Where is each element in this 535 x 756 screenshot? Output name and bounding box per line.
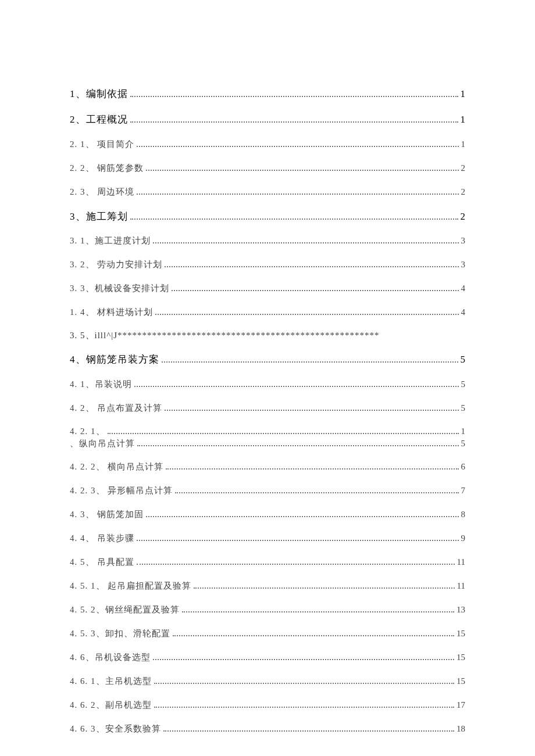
toc-label: 2. 2、 钢筋笼参数 [70, 162, 144, 174]
toc-leader-dots [154, 707, 455, 708]
toc-page-number: 8 [461, 508, 466, 521]
toc-entry-e14: 4. 2、 吊点布置及计算5 [70, 402, 465, 414]
toc-label: 4. 5、 吊具配置 [70, 556, 134, 568]
toc-entry-e1: 1、编制依据1 [70, 87, 465, 101]
toc-label: 3. 3、机械设备安排计划 [70, 282, 169, 295]
toc-page-number: 2 [461, 186, 466, 198]
toc-leader-dots [162, 361, 458, 363]
toc-entry-e20: 4. 5、 吊具配置11 [70, 556, 465, 568]
toc-label: 4. 3、 钢筋笼加固 [70, 508, 144, 521]
toc-leader-dots [166, 468, 458, 470]
toc-page-number: 1 [461, 113, 466, 127]
toc-page-number: 9 [461, 532, 466, 544]
toc-leader-dots [146, 170, 458, 171]
toc-page-number: 7 [461, 485, 466, 497]
toc-page-number: 4 [461, 306, 466, 318]
toc-leader-dots [173, 635, 455, 636]
toc-entry-e4: 2. 2、 钢筋笼参数2 [70, 162, 465, 174]
toc-entry-e6: 3、施工筹划2 [70, 210, 465, 224]
toc-page-number: 17 [456, 699, 465, 711]
toc-leader-dots [130, 96, 458, 97]
toc-page-number: 15 [456, 675, 465, 687]
toc-label: 4. 5. 2、钢丝绳配置及验算 [70, 604, 180, 616]
toc-page-number: 5 [461, 402, 466, 414]
toc-leader-dots [182, 611, 455, 612]
toc-label: 4. 5. 1、 起吊扁担配置及验算 [70, 580, 191, 592]
toc-page-number: 1 [461, 427, 466, 436]
toc-label: 4. 1、吊装说明 [70, 378, 132, 390]
toc-entry-e12: 4、钢筋笼吊装方案5 [70, 353, 465, 367]
toc-leader-dots [108, 433, 459, 434]
toc-entry-e10: 1. 4、 材料进场计划4 [70, 306, 465, 318]
toc-leader-dots [194, 587, 454, 589]
toc-leader-dots [165, 266, 458, 267]
toc-label: 4. 2、 吊点布置及计算 [70, 402, 162, 414]
toc-leader-dots [172, 290, 459, 291]
toc-leader-dots [153, 659, 455, 660]
toc-entry-e18: 4. 3、 钢筋笼加固8 [70, 508, 465, 521]
toc-label: 2. 1、 项目简介 [70, 138, 134, 151]
toc-page-number: 11 [457, 556, 465, 568]
toc-entry-e23: 4. 5. 3、卸扣、滑轮配置15 [70, 628, 465, 640]
toc-page-number: 3 [461, 259, 466, 271]
toc-label: 4. 6. 3、安全系数验算 [70, 723, 161, 735]
toc-page-number: 18 [456, 723, 465, 735]
toc-label: 1、编制依据 [70, 87, 128, 101]
toc-entry-e9: 3. 3、机械设备安排计划4 [70, 282, 465, 295]
toc-page-number: 5 [461, 353, 466, 367]
toc-leader-dots [153, 242, 459, 243]
toc-entry-e8: 3. 2、 劳动力安排计划3 [70, 259, 465, 271]
toc-leader-dots [130, 121, 458, 123]
toc-entry-e24: 4. 6、吊机设备选型15 [70, 651, 465, 664]
toc-leader-dots [154, 683, 455, 684]
toc-leader-dots [137, 445, 459, 446]
toc-page-number: 4 [461, 282, 466, 295]
toc-leader-dots [130, 218, 458, 220]
toc-label: 3. 2、 劳动力安排计划 [70, 259, 162, 271]
toc-label: 4. 4、 吊装步骤 [70, 532, 134, 544]
toc-page-number: 2 [461, 210, 466, 224]
toc-entry-e22: 4. 5. 2、钢丝绳配置及验算13 [70, 604, 465, 616]
toc-entry-e5: 2. 3、 周边环境2 [70, 186, 465, 198]
toc-page-number: 13 [456, 604, 465, 616]
toc-entry-e19: 4. 4、 吊装步骤9 [70, 532, 465, 544]
toc-entry-e21: 4. 5. 1、 起吊扁担配置及验算11 [70, 580, 465, 592]
toc-label: 2. 3、 周边环境 [70, 186, 134, 198]
table-of-contents: 1、编制依据12、工程概况12. 1、 项目简介12. 2、 钢筋笼参数22. … [70, 87, 465, 735]
toc-label: 4、钢筋笼吊装方案 [70, 353, 159, 367]
toc-entry-e17: 4. 2. 3、 异形幅吊点计算7 [70, 485, 465, 497]
toc-page-number: 15 [456, 628, 465, 640]
toc-page-number: 15 [456, 651, 465, 664]
toc-page-number: 5 [461, 439, 466, 449]
toc-entry-e2: 2、工程概况1 [70, 113, 465, 127]
toc-entry-e15: 4. 2. 1、1、纵向吊点计算5 [70, 426, 465, 449]
toc-page-number: 1 [461, 87, 466, 101]
toc-entry-e16: 4. 2. 2、 横向吊点计算6 [70, 461, 465, 473]
toc-page-number: 11 [457, 580, 465, 592]
toc-label: 4. 2. 1、 [70, 426, 105, 437]
toc-entry-e26: 4. 6. 2、副吊机选型17 [70, 699, 465, 711]
toc-page-number: 3 [461, 235, 466, 247]
toc-label: 3、施工筹划 [70, 210, 128, 224]
toc-leader-dots [137, 194, 458, 195]
toc-page-number: 2 [461, 162, 466, 174]
toc-entry-e7: 3. 1、施工进度计划3 [70, 235, 465, 247]
toc-leader-dots [165, 410, 458, 411]
toc-entry-e27: 4. 6. 3、安全系数验算18 [70, 723, 465, 735]
toc-leader-dots [175, 492, 458, 493]
toc-label: 4. 6. 2、副吊机选型 [70, 699, 152, 711]
toc-label: 4. 5. 3、卸扣、滑轮配置 [70, 628, 170, 640]
toc-label: 4. 6. 1、主吊机选型 [70, 675, 152, 687]
toc-entry-e13: 4. 1、吊装说明5 [70, 378, 465, 390]
toc-leader-dots [137, 564, 454, 565]
toc-page-number: 6 [461, 461, 466, 473]
toc-leader-dots [155, 314, 458, 315]
toc-label: 3. 1、施工进度计划 [70, 235, 151, 247]
toc-leader-dots [163, 730, 455, 732]
toc-entry-e25: 4. 6. 1、主吊机选型15 [70, 675, 465, 687]
toc-page-number: 1 [461, 138, 466, 151]
toc-label: 、纵向吊点计算 [70, 438, 135, 449]
toc-entry-e11: 3. 5、illl^|J****************************… [70, 330, 465, 341]
toc-label: 4. 2. 2、 横向吊点计算 [70, 461, 163, 473]
toc-label: 4. 2. 3、 异形幅吊点计算 [70, 485, 173, 497]
